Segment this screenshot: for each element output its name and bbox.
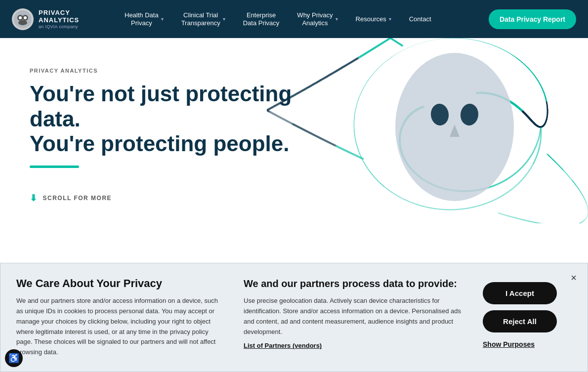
nav-item-contact[interactable]: Contact bbox=[400, 0, 440, 38]
scroll-more[interactable]: ⬇ SCROLL FOR MORE bbox=[30, 193, 316, 204]
nav-cta: Data Privacy Report bbox=[489, 9, 576, 29]
brand-text: PRIVACY ANALYTICS an IQVIA company bbox=[39, 9, 79, 30]
chevron-down-icon: ▾ bbox=[223, 16, 225, 22]
cookie-middle-text: Use precise geolocation data. Actively s… bbox=[244, 296, 463, 337]
brand-name: PRIVACY ANALYTICS bbox=[39, 9, 79, 24]
navbar: PRIVACY ANALYTICS an IQVIA company Healt… bbox=[0, 0, 588, 38]
hero-title: You're not just protecting data. You're … bbox=[30, 82, 316, 157]
cookie-description: We and our partners store and/or access … bbox=[16, 296, 224, 358]
svg-point-3 bbox=[18, 20, 27, 25]
scroll-label: SCROLL FOR MORE bbox=[43, 195, 112, 202]
data-privacy-report-button[interactable]: Data Privacy Report bbox=[489, 9, 576, 29]
hero-label: PRIVACY ANALYTICS bbox=[30, 68, 316, 74]
hero-content: PRIVACY ANALYTICS You're not just protec… bbox=[30, 68, 316, 204]
cookie-middle-title: We and our partners process data to prov… bbox=[244, 277, 463, 290]
brand-sub: an IQVIA company bbox=[39, 24, 79, 30]
nav-links: Health Data Privacy ▾ Clinical Trial Tra… bbox=[116, 0, 489, 38]
reject-all-button[interactable]: Reject All bbox=[483, 310, 557, 332]
show-purposes-link[interactable]: Show Purposes bbox=[483, 340, 535, 348]
nav-item-why-privacy[interactable]: Why Privacy Analytics ▾ bbox=[288, 0, 346, 38]
nav-item-health-data-privacy[interactable]: Health Data Privacy ▾ bbox=[116, 0, 172, 38]
close-button[interactable]: × bbox=[571, 272, 577, 284]
hero-underline bbox=[30, 165, 79, 168]
chevron-down-icon: ▾ bbox=[336, 16, 338, 22]
svg-point-4 bbox=[19, 16, 22, 19]
cookie-actions: I Accept Reject All Show Purposes × bbox=[483, 277, 572, 348]
accessibility-button[interactable]: ♿ bbox=[5, 349, 23, 367]
cookie-left-panel: We Care About Your Privacy We and our pa… bbox=[16, 277, 224, 358]
logo-icon bbox=[12, 8, 34, 30]
logo[interactable]: PRIVACY ANALYTICS an IQVIA company bbox=[12, 8, 101, 30]
accessibility-icon: ♿ bbox=[8, 353, 19, 364]
cookie-partners-link[interactable]: List of Partners (vendors) bbox=[244, 342, 463, 349]
nav-item-resources[interactable]: Resources ▾ bbox=[347, 0, 400, 38]
accept-button[interactable]: I Accept bbox=[483, 282, 557, 304]
cookie-middle-panel: We and our partners process data to prov… bbox=[244, 277, 463, 349]
hero-title-line2: You're protecting people. bbox=[30, 131, 289, 156]
nav-item-clinical-trial[interactable]: Clinical Trial Transparency ▾ bbox=[172, 0, 234, 38]
cookie-banner: We Care About Your Privacy We and our pa… bbox=[0, 263, 588, 372]
nav-item-enterprise[interactable]: Enterprise Data Privacy bbox=[234, 0, 289, 38]
svg-point-5 bbox=[24, 16, 27, 19]
hero-section: PRIVACY ANALYTICS You're not just protec… bbox=[0, 38, 588, 223]
cookie-title: We Care About Your Privacy bbox=[16, 277, 224, 290]
hero-title-line1: You're not just protecting data. bbox=[30, 82, 292, 131]
chevron-down-icon: ▾ bbox=[161, 16, 164, 22]
chevron-down-icon: ▾ bbox=[389, 16, 391, 22]
scroll-down-icon: ⬇ bbox=[30, 193, 38, 204]
